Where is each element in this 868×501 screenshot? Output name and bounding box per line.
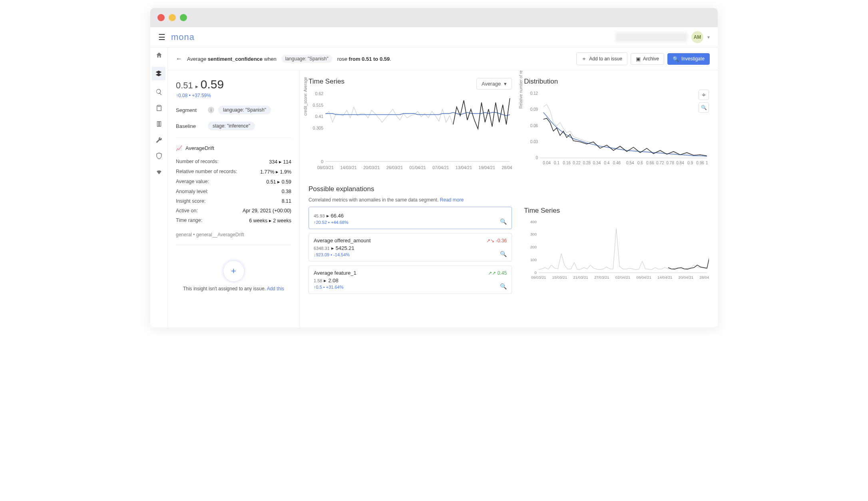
add-button[interactable]: + bbox=[223, 260, 245, 282]
card-delta: ↓923.09 • -14.54% bbox=[314, 252, 350, 257]
svg-text:26/03/21: 26/03/21 bbox=[386, 165, 403, 170]
baseline-chip[interactable]: stage: "inference" bbox=[208, 122, 255, 130]
back-arrow-icon[interactable]: ← bbox=[176, 55, 182, 62]
svg-text:200: 200 bbox=[530, 245, 537, 249]
svg-text:0.96: 0.96 bbox=[696, 161, 704, 165]
svg-text:20/04/21: 20/04/21 bbox=[679, 275, 693, 280]
stat-value: Apr 29, 2021 (+00:00) bbox=[243, 208, 291, 214]
svg-text:0.46: 0.46 bbox=[613, 161, 621, 165]
svg-text:0.03: 0.03 bbox=[530, 140, 538, 144]
stat-label: Active on: bbox=[176, 208, 198, 214]
read-more-link[interactable]: Read more bbox=[440, 197, 464, 203]
breadcrumb-text-2: rose from 0.51 to 0.59. bbox=[337, 56, 391, 62]
card-to: 5425.21 bbox=[336, 245, 354, 251]
card-delta: ↑20.52 • +44.68% bbox=[314, 220, 348, 225]
trend-icon: 📈 bbox=[176, 145, 182, 151]
svg-text:0.16: 0.16 bbox=[563, 161, 571, 165]
hamburger-icon[interactable]: ☰ bbox=[158, 32, 165, 42]
explanation-card[interactable]: 45.93 ▸ 66.46 ↑20.52 • +44.68% 🔍 bbox=[309, 207, 512, 229]
svg-text:20/03/21: 20/03/21 bbox=[363, 165, 380, 170]
info-icon[interactable]: i bbox=[208, 107, 214, 113]
svg-text:0.06: 0.06 bbox=[530, 124, 538, 128]
signal-icon[interactable] bbox=[155, 168, 163, 176]
card-from: 45.93 bbox=[314, 214, 325, 218]
segment-chip[interactable]: language: "Spanish" bbox=[218, 106, 271, 114]
zoom-window-dot[interactable] bbox=[180, 14, 187, 21]
svg-text:13/04/21: 13/04/21 bbox=[456, 165, 472, 170]
avatar[interactable]: AM bbox=[691, 31, 703, 43]
svg-text:300: 300 bbox=[530, 232, 537, 237]
svg-text:0.1: 0.1 bbox=[554, 161, 559, 165]
explanation-card[interactable]: Average offered_amount↗↘ -0.36 6348.31 ▸… bbox=[309, 233, 512, 261]
magnify-icon[interactable]: 🔍 bbox=[500, 283, 507, 289]
plus-icon: ＋ bbox=[581, 55, 587, 62]
svg-text:02/04/21: 02/04/21 bbox=[615, 275, 630, 280]
timeseries-chart: 00.3050.410.5150.6208/03/2114/03/2120/03… bbox=[309, 90, 512, 174]
clipboard-icon[interactable] bbox=[155, 104, 163, 112]
stat-value: 6 weeks ▸ 2 weeks bbox=[249, 218, 291, 224]
svg-text:0.34: 0.34 bbox=[593, 161, 601, 165]
explanation-card[interactable]: Average feature_1↗↗ 0.45 1.58 ▸ 2.08 ↑0.… bbox=[309, 265, 512, 294]
shield-icon[interactable] bbox=[155, 152, 163, 160]
account-info-blur bbox=[615, 32, 687, 42]
chevron-down-icon: ▾ bbox=[504, 81, 507, 87]
timeseries-title: Time Series bbox=[309, 78, 344, 86]
card-from: 6348.31 bbox=[314, 246, 330, 251]
dist-ylabel: Relative number of records bbox=[519, 70, 523, 109]
svg-text:0: 0 bbox=[535, 270, 537, 275]
investigate-button[interactable]: 🔍Investigate bbox=[667, 53, 710, 65]
add-to-issue-button[interactable]: ＋Add to an issue bbox=[576, 52, 627, 65]
card-delta: ↑0.5 • +31.64% bbox=[314, 285, 344, 289]
magnify-icon[interactable]: 🔍 bbox=[500, 251, 507, 257]
svg-text:100: 100 bbox=[530, 257, 537, 262]
headline-value: 0.51 ▸ 0.59 bbox=[176, 78, 291, 91]
breadcrumb-text: Average sentiment_confidence when bbox=[187, 56, 277, 62]
svg-text:0.66: 0.66 bbox=[646, 161, 654, 165]
add-issue-link[interactable]: Add this bbox=[267, 286, 284, 291]
svg-text:09/03/21: 09/03/21 bbox=[531, 275, 546, 280]
search-icon: 🔍 bbox=[673, 56, 679, 62]
filter-chip[interactable]: language: "Spanish" bbox=[281, 55, 332, 63]
svg-text:0.28: 0.28 bbox=[583, 161, 591, 165]
svg-text:14/04/21: 14/04/21 bbox=[657, 275, 672, 280]
svg-text:0.04: 0.04 bbox=[543, 161, 551, 165]
archive-icon: ▣ bbox=[636, 56, 641, 62]
minimize-window-dot[interactable] bbox=[169, 14, 176, 21]
aggregation-select[interactable]: Average▾ bbox=[476, 78, 512, 90]
close-window-dot[interactable] bbox=[157, 14, 165, 21]
chevron-down-icon[interactable]: ▾ bbox=[707, 34, 710, 40]
compare-icon[interactable] bbox=[155, 120, 163, 128]
svg-text:28/04/21: 28/04/21 bbox=[699, 275, 709, 280]
home-icon[interactable] bbox=[155, 51, 163, 60]
svg-text:08/03/21: 08/03/21 bbox=[317, 165, 334, 170]
insight-path: general • general__AverageDrift bbox=[176, 232, 291, 238]
svg-text:0.515: 0.515 bbox=[313, 103, 324, 108]
card-to: 2.08 bbox=[328, 277, 338, 283]
svg-text:0.6: 0.6 bbox=[637, 161, 643, 165]
svg-text:28/04/21: 28/04/21 bbox=[502, 165, 512, 170]
mac-titlebar bbox=[150, 8, 718, 27]
correlation-badge: ↗↗ 0.45 bbox=[488, 270, 507, 276]
explanation-timeseries-chart: 010020030040009/03/2115/03/2121/03/2127/… bbox=[524, 219, 709, 284]
svg-text:01/04/21: 01/04/21 bbox=[410, 165, 426, 170]
svg-text:1: 1 bbox=[706, 161, 708, 165]
card-from: 1.58 bbox=[314, 278, 322, 283]
ts-ylabel: credit_score: Average bbox=[303, 77, 308, 116]
svg-text:08/04/21: 08/04/21 bbox=[636, 275, 651, 280]
segment-label: Segment bbox=[176, 107, 204, 113]
assign-message: This insight isn't assigned to any issue… bbox=[176, 286, 291, 291]
archive-button[interactable]: ▣Archive bbox=[631, 53, 664, 65]
svg-text:0.4: 0.4 bbox=[604, 161, 609, 165]
insights-icon[interactable] bbox=[152, 67, 165, 80]
wrench-icon[interactable] bbox=[155, 136, 163, 144]
stat-value: 0.51 ▸ 0.59 bbox=[266, 179, 291, 185]
zoom-icon[interactable] bbox=[155, 88, 163, 96]
magnify-icon[interactable]: 🔍 bbox=[500, 218, 507, 225]
svg-text:400: 400 bbox=[530, 220, 537, 224]
card-title: Average feature_1 bbox=[314, 270, 356, 276]
svg-text:15/03/21: 15/03/21 bbox=[552, 275, 567, 280]
headline-delta: ↑0.08 • +37.59% bbox=[176, 93, 291, 98]
nav-rail bbox=[150, 48, 168, 327]
svg-text:0.78: 0.78 bbox=[666, 161, 674, 165]
logo: mona bbox=[171, 32, 195, 42]
